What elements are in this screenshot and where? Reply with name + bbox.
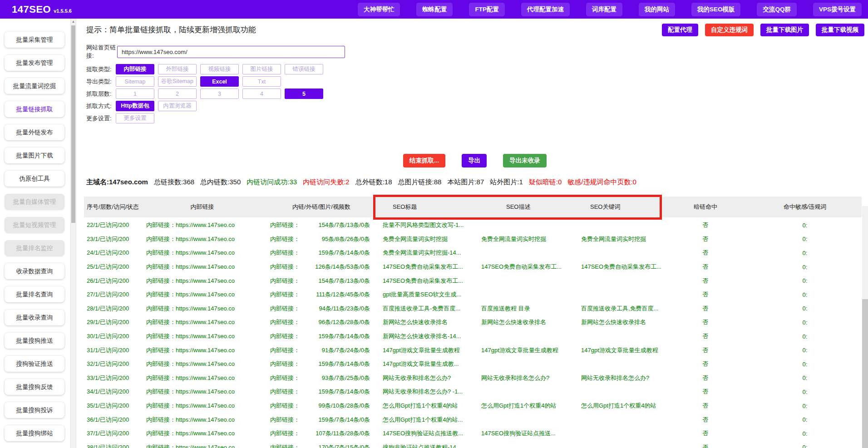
- cell-seo-description: 新网站怎么快速收录排名: [481, 318, 581, 326]
- table-row[interactable]: 23/1/已访问/200内部链接：https://www.147seo.co内部…: [84, 232, 862, 246]
- option-button[interactable]: Txt: [242, 76, 281, 87]
- cell-counts: 内部链接：107条/11条/28条/0条: [260, 429, 383, 438]
- sidebar-item-7[interactable]: 伪原创工具: [5, 171, 64, 187]
- sidebar-item-3[interactable]: 批量流量词挖掘: [5, 78, 64, 94]
- cell-counts: 内部链接：159条/7条/14条/0条: [260, 249, 383, 257]
- table-row[interactable]: 36/1/已访问/200内部链接：https://www.147seo.co内部…: [84, 413, 862, 427]
- table-row[interactable]: 34/1/已访问/200内部链接：https://www.147seo.co内部…: [84, 385, 862, 399]
- nav-item-7[interactable]: 我的SEO模版: [691, 3, 741, 16]
- cell-internal-link: 内部链接：https://www.147seo.co: [144, 360, 260, 368]
- stat-item: 疑似暗链:0: [529, 178, 562, 187]
- cell-internal-link: 内部链接：https://www.147seo.co: [144, 305, 260, 313]
- option-button[interactable]: 视频链接: [200, 64, 239, 74]
- sidebar-item-16[interactable]: 批量搜狗反馈: [5, 379, 64, 395]
- table-row[interactable]: 37/1/已访问/200内部链接：https://www.147seo.co内部…: [84, 427, 862, 441]
- option-button[interactable]: Excel: [200, 76, 239, 87]
- toolbar-button-3[interactable]: 批量下载图片: [760, 24, 809, 36]
- table-row[interactable]: 33/1/已访问/200内部链接：https://www.147seo.co内部…: [84, 371, 862, 385]
- content-scrollbar-thumb[interactable]: [71, 25, 75, 223]
- sidebar-item-11[interactable]: 收录数据查询: [5, 263, 64, 279]
- option-button[interactable]: 内部链接: [116, 64, 154, 74]
- nav-item-6[interactable]: 我的网站: [639, 3, 675, 16]
- cell-internal-link: 内部链接：https://www.147seo.co: [144, 318, 260, 326]
- option-button[interactable]: 外部链接: [158, 64, 197, 74]
- sidebar-item-4[interactable]: 批量链接抓取: [5, 101, 64, 117]
- option-button[interactable]: Http数据包: [116, 101, 154, 111]
- toolbar-button-2[interactable]: 自定义违规词: [705, 24, 754, 36]
- cell-seo-title: 免费全网流量词实时挖掘: [383, 235, 481, 243]
- toolbar-button-4[interactable]: 批量下载视频: [816, 24, 864, 36]
- sidebar-item-1[interactable]: 批量采集管理: [5, 32, 64, 48]
- table-row[interactable]: 27/1/已访问/200内部链接：https://www.147seo.co内部…: [84, 288, 862, 302]
- cell-seo-title: 搜狗非验证站点推送教程-14...: [383, 443, 481, 448]
- table-row[interactable]: 22/1/已访问/200内部链接：https://www.147seo.co内部…: [84, 218, 862, 232]
- option-button[interactable]: 错误链接: [285, 64, 323, 74]
- nav-item-4[interactable]: 代理配置加速: [521, 3, 570, 16]
- option-button[interactable]: 更多设置: [116, 113, 154, 123]
- action-button-3[interactable]: 导出未收录: [503, 154, 547, 167]
- sidebar-item-12[interactable]: 批量排名查询: [5, 286, 64, 302]
- cell-counts-prefix: 内部链接：: [270, 443, 300, 448]
- sidebar-item-14[interactable]: 批量搜狗推送: [5, 333, 64, 349]
- option-button[interactable]: 5: [285, 89, 323, 99]
- nav-item-1[interactable]: 大神帮帮忙: [358, 3, 400, 16]
- cell-counts-value: 94条/11条/23条/0条: [319, 305, 370, 313]
- table-row[interactable]: 38/1/已访问/200内部链接：https://www.147seo.co内部…: [84, 441, 862, 448]
- table-scrollbar-thumb[interactable]: [862, 299, 868, 448]
- table-row[interactable]: 26/1/已访问/200内部链接：https://www.147seo.co内部…: [84, 274, 862, 288]
- results-table: 序号/层数/访问/状态内部链接内链/外链/图片/视频数SEO标题SEO描述SEO…: [84, 197, 862, 448]
- sidebar-item-5[interactable]: 批量外链发布: [5, 124, 64, 140]
- sidebar-item-2[interactable]: 批量发布管理: [5, 55, 64, 71]
- sidebar-item-15[interactable]: 搜狗验证推送: [5, 356, 64, 372]
- cell-counts-prefix: 内部链接：: [270, 318, 300, 326]
- sidebar-item-6[interactable]: 批量图片下载: [5, 148, 64, 163]
- action-button-1[interactable]: 结束抓取...: [403, 154, 445, 167]
- option-button[interactable]: 1: [116, 89, 154, 99]
- cell-counts-value: 107条/11条/28条/0条: [316, 429, 370, 438]
- cell-counts-value: 159条/7条/14条/0条: [319, 332, 370, 340]
- cell-id: 26/1/已访问/200: [84, 277, 144, 285]
- sidebar-item-18[interactable]: 批量搜狗绑站: [5, 425, 64, 441]
- table-row[interactable]: 32/1/已访问/200内部链接：https://www.147seo.co内部…: [84, 357, 862, 371]
- table-row[interactable]: 30/1/已访问/200内部链接：https://www.147seo.co内部…: [84, 330, 862, 344]
- nav-item-9[interactable]: VPS拨号设置: [813, 3, 862, 16]
- toolbar: 配置代理自定义违规词批量下载图片批量下载视频: [662, 24, 864, 36]
- cell-counts-prefix: 内部链接：: [270, 402, 300, 410]
- cell-seo-title: 147gpt游戏文章批量生成教程: [383, 346, 481, 354]
- cell-counts: 内部链接：159条/7条/14条/0条: [260, 416, 383, 424]
- option-button[interactable]: 图片链接: [242, 64, 281, 74]
- nav-item-2[interactable]: 蜘蛛配置: [416, 3, 453, 16]
- sidebar-item-17[interactable]: 批量搜狗投诉: [5, 402, 64, 418]
- cell-counts: 内部链接：159条/7条/14条/0条: [260, 388, 383, 396]
- nav-item-5[interactable]: 词库配置: [586, 3, 622, 16]
- cell-seo-title: 147gpt游戏文章批量生成教...: [383, 360, 481, 368]
- table-row[interactable]: 24/1/已访问/200内部链接：https://www.147seo.co内部…: [84, 246, 862, 260]
- scrollbar-up-arrow-icon[interactable]: ▲: [71, 19, 76, 25]
- table-scrollbar[interactable]: [862, 206, 868, 448]
- action-button-2[interactable]: 导出: [462, 154, 487, 167]
- option-button[interactable]: 3: [200, 89, 239, 99]
- cell-id: 23/1/已访问/200: [84, 235, 144, 243]
- sidebar-item-13[interactable]: 批量收录查询: [5, 310, 64, 325]
- option-button[interactable]: 内置浏览器: [158, 101, 197, 111]
- homepage-url-input[interactable]: [117, 46, 345, 58]
- nav-item-3[interactable]: FTP配置: [469, 3, 505, 16]
- option-button[interactable]: 4: [242, 89, 281, 99]
- cell-counts: 内部链接：111条/12条/45条/0条: [260, 290, 383, 299]
- cell-seo-title: 147SEO免费自动采集发布工...: [383, 277, 481, 285]
- option-button[interactable]: 2: [158, 89, 197, 99]
- option-button[interactable]: Sitemap: [116, 76, 154, 87]
- option-button[interactable]: 谷歌Sitemap: [158, 76, 197, 87]
- nav-item-8[interactable]: 交流QQ群: [757, 3, 797, 16]
- table-row[interactable]: 29/1/已访问/200内部链接：https://www.147seo.co内部…: [84, 315, 862, 330]
- toolbar-button-1[interactable]: 配置代理: [662, 24, 698, 36]
- table-row[interactable]: 35/1/已访问/200内部链接：https://www.147seo.co内部…: [84, 399, 862, 413]
- table-row[interactable]: 31/1/已访问/200内部链接：https://www.147seo.co内部…: [84, 343, 862, 357]
- cell-seo-title: 免费全网流量词实时挖掘-14...: [383, 249, 481, 257]
- content-scrollbar[interactable]: ▲: [70, 19, 76, 448]
- cell-id: 25/1/已访问/200: [84, 263, 144, 271]
- stat-item: 敏感/违规词命中页数:0: [567, 178, 636, 187]
- table-row[interactable]: 28/1/已访问/200内部链接：https://www.147seo.co内部…: [84, 302, 862, 316]
- table-row[interactable]: 25/1/已访问/200内部链接：https://www.147seo.co内部…: [84, 260, 862, 274]
- cell-counts-prefix: 内部链接：: [270, 221, 300, 229]
